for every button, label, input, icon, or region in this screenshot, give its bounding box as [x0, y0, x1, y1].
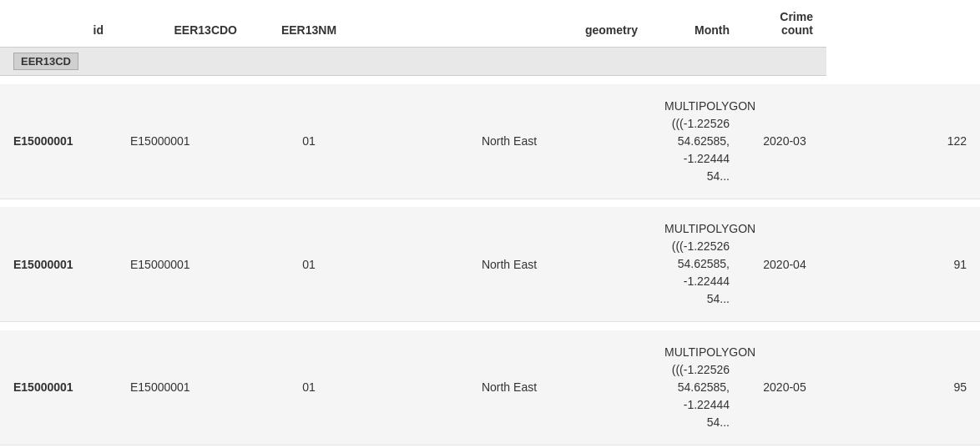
col-header-crime-count[interactable]: Crime count [743, 0, 826, 48]
cell-eer13nm-code-3: 01 [250, 330, 367, 445]
cell-geometry-1: MULTIPOLYGON (((-1.22526 54.62585, -1.22… [651, 84, 743, 199]
group-label: EER13CD [13, 53, 78, 70]
cell-id-3: E15000001 [0, 330, 117, 445]
col-header-month[interactable]: Month [651, 0, 743, 48]
data-table-container: id EER13CDO EER13NM geometry Month Crime… [0, 0, 980, 448]
cell-crime-count-2: 91 [826, 207, 980, 322]
cell-crime-count-3: 95 [826, 330, 980, 445]
cell-eer13cdo-1: E15000001 [117, 84, 250, 199]
cell-eer13nm-1: North East [367, 84, 651, 199]
cell-eer13nm-code-2: 01 [250, 207, 367, 322]
cell-eer13cdo-2: E15000001 [117, 207, 250, 322]
separator-row-0 [0, 76, 980, 84]
data-table: id EER13CDO EER13NM geometry Month Crime… [0, 0, 980, 445]
table-header-row: id EER13CDO EER13NM geometry Month Crime… [0, 0, 980, 48]
cell-eer13cdo-3: E15000001 [117, 330, 250, 445]
col-header-geometry[interactable]: geometry [367, 0, 651, 48]
cell-eer13nm-code-1: 01 [250, 84, 367, 199]
group-header-row: EER13CD [0, 48, 980, 76]
cell-id-2: E15000001 [0, 207, 117, 322]
cell-eer13nm-2: North East [367, 207, 651, 322]
table-row: E15000001 E15000001 01 North East MULTIP… [0, 84, 980, 199]
cell-geometry-3: MULTIPOLYGON (((-1.22526 54.62585, -1.22… [651, 330, 743, 445]
cell-crime-count-1: 122 [826, 84, 980, 199]
cell-id-1: E15000001 [0, 84, 117, 199]
separator-row-2 [0, 322, 980, 330]
col-header-id[interactable]: id [0, 0, 117, 48]
cell-geometry-2: MULTIPOLYGON (((-1.22526 54.62585, -1.22… [651, 207, 743, 322]
separator-row-1 [0, 199, 980, 207]
col-header-eer13nm[interactable]: EER13NM [250, 0, 367, 48]
cell-eer13nm-3: North East [367, 330, 651, 445]
col-header-eer13cdo[interactable]: EER13CDO [117, 0, 250, 48]
table-row: E15000001 E15000001 01 North East MULTIP… [0, 207, 980, 322]
table-row: E15000001 E15000001 01 North East MULTIP… [0, 330, 980, 445]
